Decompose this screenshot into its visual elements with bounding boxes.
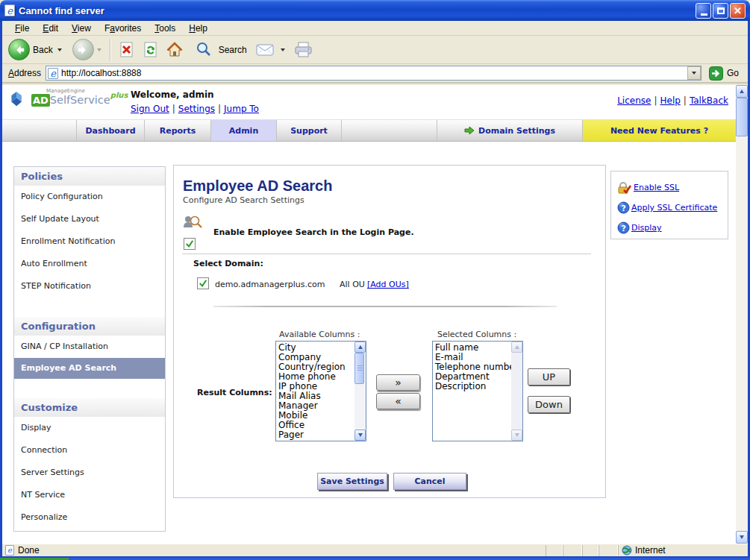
menu-file[interactable]: File xyxy=(8,23,36,34)
session-links: Sign Out|Settings|Jump To xyxy=(131,104,259,114)
address-input[interactable]: e http://localhost:8888 xyxy=(46,66,701,81)
enable-ssl-link[interactable]: Enable SSL xyxy=(634,183,679,192)
search-icon[interactable] xyxy=(196,41,213,58)
add-ous-link[interactable]: [Add OUs] xyxy=(367,280,409,289)
main-content-box: Employee AD Search Configure AD Search S… xyxy=(173,165,606,498)
sidebar-item-connection[interactable]: Connection xyxy=(14,439,165,462)
cancel-button[interactable]: Cancel xyxy=(393,473,466,490)
scrollbar-thumb[interactable] xyxy=(736,98,748,136)
forward-icon[interactable] xyxy=(72,39,94,60)
scroll-down-icon[interactable] xyxy=(354,430,366,441)
menu-tools[interactable]: Tools xyxy=(148,23,182,34)
close-button[interactable]: ✕ xyxy=(730,3,746,19)
nav-tab-bar: Dashboard Reports Admin Support Domain S… xyxy=(2,119,736,142)
menu-view[interactable]: View xyxy=(65,23,98,34)
scroll-up-icon xyxy=(511,342,522,353)
tab-support[interactable]: Support xyxy=(277,120,342,141)
search-button-label[interactable]: Search xyxy=(219,45,247,55)
maximize-button[interactable] xyxy=(713,3,728,19)
page-subtitle: Configure AD Search Settings xyxy=(183,195,304,205)
select-domain-label: Select Domain: xyxy=(193,259,263,268)
sidebar-item-server-settings[interactable]: Server Settings xyxy=(14,462,165,484)
sidebar-item-gina-cp-installation[interactable]: GINA / CP Installation xyxy=(14,336,165,358)
address-dropdown-icon[interactable] xyxy=(687,66,701,80)
svg-text:?: ? xyxy=(622,224,626,233)
scrollbar-down-icon[interactable] xyxy=(736,531,748,544)
up-button[interactable]: UP xyxy=(528,368,570,386)
settings-link[interactable]: Settings xyxy=(178,104,215,114)
jump-to-link[interactable]: Jump To xyxy=(224,104,259,114)
sign-out-link[interactable]: Sign Out xyxy=(131,104,169,114)
forward-dropdown-icon[interactable] xyxy=(97,48,101,51)
sidebar-item-auto-enrollment[interactable]: Auto Enrollment xyxy=(14,253,165,275)
menu-edit[interactable]: Edit xyxy=(36,23,65,34)
status-pane xyxy=(582,545,599,556)
menu-bar: FileEditViewFavoritesToolsHelp xyxy=(2,21,748,36)
stop-icon[interactable] xyxy=(118,41,136,59)
menu-favorites[interactable]: Favorites xyxy=(98,23,148,34)
welcome-text: Welcome, admin xyxy=(131,89,214,100)
listbox-option[interactable]: Description xyxy=(435,382,511,391)
back-button-label[interactable]: Back xyxy=(33,45,53,55)
status-bar: e Done Internet xyxy=(2,544,748,556)
window-title: Cannot find server xyxy=(19,5,692,16)
scroll-thumb[interactable] xyxy=(354,353,364,384)
home-icon[interactable] xyxy=(166,41,184,59)
print-icon[interactable] xyxy=(294,42,313,58)
listbox-scrollbar[interactable] xyxy=(354,342,366,441)
logo-name: SelfService xyxy=(50,94,110,107)
license-link[interactable]: License xyxy=(617,95,651,106)
address-label: Address xyxy=(8,68,41,78)
quick-link-row: ?Apply SSL Certificate xyxy=(617,198,728,218)
back-dropdown-icon[interactable] xyxy=(57,48,62,51)
status-pane xyxy=(563,545,582,556)
sidebar-item-policy-configuration[interactable]: Policy Configuration xyxy=(14,186,165,208)
tab-reports[interactable]: Reports xyxy=(145,120,211,141)
result-columns-label: Result Columns: xyxy=(197,388,272,397)
quick-links-box: Enable SSL?Apply SSL Certificate?Display xyxy=(610,171,728,239)
selected-columns-listbox[interactable]: Full nameE-mailTelephone numberDepartmen… xyxy=(432,341,523,441)
down-button[interactable]: Down xyxy=(528,396,570,413)
help-icon: ? xyxy=(617,201,630,214)
mail-dropdown-icon[interactable] xyxy=(281,48,285,51)
move-right-button[interactable]: » xyxy=(376,374,420,391)
go-label[interactable]: Go xyxy=(727,68,739,78)
sidebar-item-personalize[interactable]: Personalize xyxy=(14,506,165,529)
sidebar-item-self-update-layout[interactable]: Self Update Layout xyxy=(14,208,165,230)
minimize-button[interactable] xyxy=(696,3,711,19)
tab-spacer xyxy=(2,120,77,141)
sidebar-item-enrollment-notification[interactable]: Enrollment Notification xyxy=(14,230,165,253)
need-new-features-button[interactable]: Need New Features ? xyxy=(583,120,736,141)
browser-scrollbar[interactable] xyxy=(736,85,748,544)
tab-admin[interactable]: Admin xyxy=(211,120,277,141)
talkback-link[interactable]: TalkBack xyxy=(690,95,728,106)
refresh-icon[interactable] xyxy=(142,41,160,59)
tab-dashboard[interactable]: Dashboard xyxy=(77,120,145,141)
selected-columns-label: Selected Columns : xyxy=(437,330,516,339)
back-icon[interactable] xyxy=(8,39,30,60)
scroll-up-icon[interactable] xyxy=(354,342,366,353)
display-link[interactable]: Display xyxy=(631,223,662,233)
listbox-option[interactable]: Pager xyxy=(278,430,354,440)
available-columns-label: Available Columns : xyxy=(279,330,360,339)
available-columns-listbox[interactable]: CityCompanyCountry/regionHome phoneIP ph… xyxy=(275,341,366,441)
domain-checkbox[interactable] xyxy=(197,277,209,289)
domain-settings-button[interactable]: Domain Settings xyxy=(437,120,583,141)
save-settings-button[interactable]: Save Settings xyxy=(317,473,387,490)
sidebar-item-employee-ad-search[interactable]: Employee AD Search xyxy=(14,358,165,379)
employee-search-icon xyxy=(182,215,203,234)
sidebar-item-step-notification[interactable]: STEP Notification xyxy=(14,275,165,298)
url-text: http://localhost:8888 xyxy=(61,68,687,78)
apply-ssl-certificate-link[interactable]: Apply SSL Certificate xyxy=(631,203,717,213)
top-right-links: License|Help|TalkBack xyxy=(617,95,728,106)
sidebar-item-nt-service[interactable]: NT Service xyxy=(14,484,165,506)
mail-icon[interactable] xyxy=(256,43,275,57)
go-button[interactable]: Go xyxy=(701,66,745,81)
enable-search-checkbox[interactable] xyxy=(184,238,196,250)
menu-help[interactable]: Help xyxy=(182,23,214,34)
page-icon: e xyxy=(48,68,58,79)
sidebar-item-display[interactable]: Display xyxy=(14,417,165,439)
help-link[interactable]: Help xyxy=(660,95,680,106)
move-left-button[interactable]: « xyxy=(376,393,420,409)
scrollbar-up-icon[interactable] xyxy=(736,85,748,98)
